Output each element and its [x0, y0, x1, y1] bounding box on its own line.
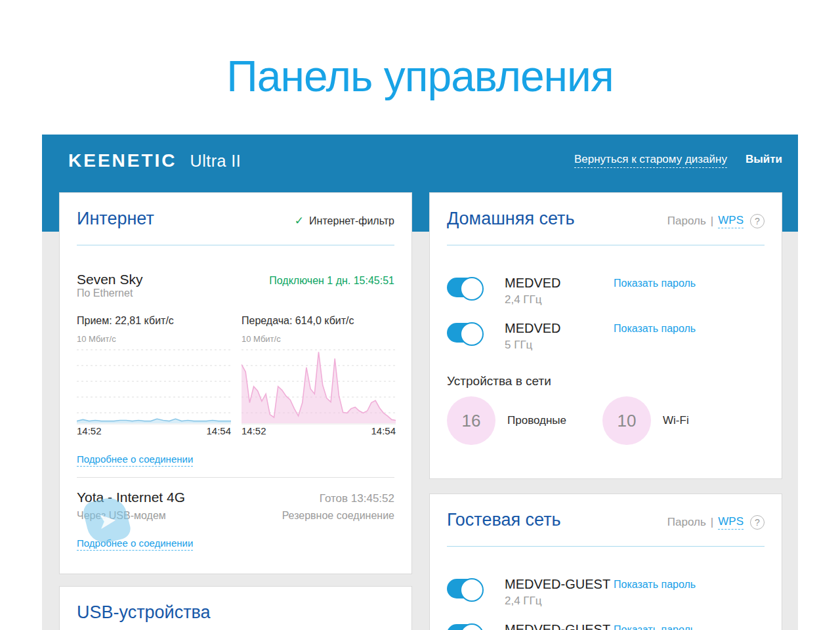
backup-connection-via: Через USB-модем — [77, 510, 166, 522]
check-icon: ✓ — [295, 214, 304, 228]
backup-details-link[interactable]: Подробнее о соединении — [77, 537, 193, 551]
separator: | — [711, 516, 713, 529]
page-title: Панель управления — [0, 51, 840, 101]
wps-link[interactable]: WPS — [718, 515, 744, 530]
show-password-link[interactable]: Показать пароль — [614, 624, 696, 630]
internet-filter-label: Интернет-фильтр — [309, 215, 394, 227]
connection-via: По Ethernet — [77, 287, 394, 299]
band-label: 2,4 ГГц — [505, 595, 614, 608]
internet-card-title: Интернет — [77, 209, 154, 229]
show-password-link[interactable]: Показать пароль — [614, 323, 696, 335]
internet-card: Интернет ✓ Интернет-фильтр Seven Sky Под… — [59, 192, 412, 574]
password-link[interactable]: Пароль — [667, 215, 706, 228]
tx-time-end: 14:54 — [371, 425, 396, 436]
show-password-link[interactable]: Показать пароль — [614, 579, 696, 591]
tx-scale-label: 10 Мбит/с — [242, 334, 396, 344]
separator: | — [711, 215, 713, 228]
model-name: Ultra II — [190, 152, 242, 171]
guest-wifi-toggle-24ghz[interactable] — [447, 579, 482, 598]
wifi-toggle-5ghz[interactable] — [447, 323, 482, 343]
guest-wifi-toggle-2[interactable] — [447, 624, 482, 630]
brand-row: KEENETIC Ultra II — [68, 150, 241, 171]
guest-wifi-row-2: MEDVED-GUEST Показать пароль — [447, 622, 765, 630]
wifi-row-5ghz: MEDVED 5 ГГц Показать пароль — [447, 321, 765, 352]
backup-connection-status: Готов 13:45:52 — [320, 492, 394, 505]
rx-traffic-chart — [77, 346, 231, 425]
logout-link[interactable]: Выйти — [746, 153, 782, 166]
rx-column: Прием: 22,81 кбит/с 10 Мбит/с 14:52 14:5… — [77, 315, 231, 436]
wifi-devices-count: 10 — [602, 396, 651, 445]
old-design-link[interactable]: Вернуться к старому дизайну — [574, 153, 727, 168]
usb-card-title: USB-устройства — [77, 602, 211, 623]
ssid-label: MEDVED-GUEST — [505, 577, 614, 592]
band-label: 5 ГГц — [505, 339, 614, 352]
wired-devices-count: 16 — [447, 396, 495, 445]
connection-details-link[interactable]: Подробнее о соединении — [77, 453, 193, 467]
guest-card-title: Гостевая сеть — [447, 510, 561, 530]
backup-connection-name: Yota - Internet 4G — [77, 490, 185, 505]
wifi-devices-label: Wi-Fi — [663, 414, 689, 427]
devices-title: Устройства в сети — [447, 374, 765, 388]
rx-rate-label: Прием: 22,81 кбит/с — [77, 315, 231, 327]
guest-wifi-row-24ghz: MEDVED-GUEST 2,4 ГГц Показать пароль — [447, 577, 765, 608]
connection-status: Подключен 1 дн. 15:45:51 — [269, 275, 394, 287]
show-password-link[interactable]: Показать пароль — [614, 278, 696, 289]
band-label: 2,4 ГГц — [505, 293, 614, 306]
screen: Панель управления KEENETIC Ultra II Верн… — [0, 0, 840, 630]
home-card-title: Домашняя сеть — [447, 209, 575, 229]
wifi-row-24ghz: MEDVED 2,4 ГГц Показать пароль — [447, 276, 765, 306]
wifi-toggle-24ghz[interactable] — [447, 278, 482, 297]
connection-name: Seven Sky — [77, 272, 142, 287]
ssid-label: MEDVED — [505, 321, 614, 336]
help-icon[interactable]: ? — [750, 515, 765, 530]
help-icon[interactable]: ? — [750, 214, 765, 228]
title-divider — [447, 546, 765, 547]
tx-column: Передача: 614,0 кбит/с 10 Мбит/с 14:52 1… — [242, 315, 396, 436]
title-divider — [77, 245, 394, 245]
router-admin-panel: KEENETIC Ultra II Вернуться к старому ди… — [42, 135, 798, 630]
tx-traffic-chart — [242, 346, 396, 425]
guest-network-card: Гостевая сеть Пароль | WPS ? MEDVED-GUES… — [429, 494, 782, 630]
internet-filter-badge[interactable]: ✓ Интернет-фильтр — [295, 214, 394, 228]
rx-scale-label: 10 Мбит/с — [77, 334, 231, 344]
ssid-label: MEDVED-GUEST — [505, 622, 614, 630]
wired-devices-group: 16 Проводные — [447, 396, 566, 445]
wps-link[interactable]: WPS — [718, 214, 744, 228]
password-link[interactable]: Пароль — [667, 516, 706, 529]
section-divider — [77, 477, 394, 478]
wifi-devices-group: 10 Wi-Fi — [602, 396, 689, 445]
tx-time-start: 14:52 — [242, 425, 266, 436]
usb-devices-card: USB-устройства — [59, 586, 412, 630]
tx-rate-label: Передача: 614,0 кбит/с — [242, 315, 396, 327]
ssid-label: MEDVED — [505, 276, 614, 291]
rx-time-end: 14:54 — [206, 425, 231, 436]
wired-devices-label: Проводные — [507, 414, 566, 427]
brand-logo: KEENETIC — [68, 150, 177, 171]
title-divider — [447, 245, 765, 245]
rx-time-start: 14:52 — [77, 425, 102, 436]
header-links: Вернуться к старому дизайну Выйти — [574, 153, 782, 168]
backup-connection-note: Резервное соединение — [282, 510, 394, 522]
home-network-card: Домашняя сеть Пароль | WPS ? MEDVED 2,4 … — [429, 192, 782, 479]
